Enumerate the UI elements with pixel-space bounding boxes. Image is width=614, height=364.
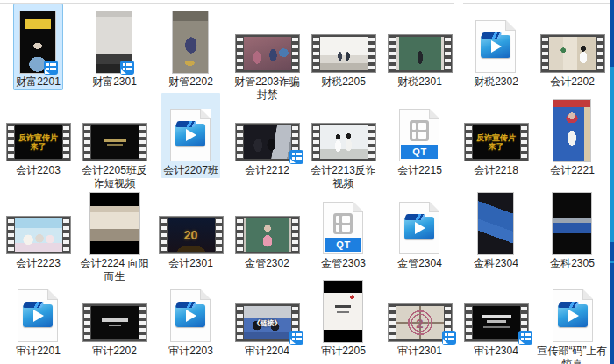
file-item[interactable]: 审计2304 [458,274,534,364]
thumbnail-image [320,37,368,70]
file-label: 审计2301 [397,345,442,358]
qt-banner-label: QT [325,238,361,252]
thumbnail-image: 《链接》 [244,306,291,339]
file-item[interactable]: 会计2202 [534,4,610,93]
file-item[interactable]: 财税2301 [382,4,458,93]
file-thumbnail: 反诈宣传片 来了 [6,95,71,161]
film-sprockets-left [237,125,243,159]
thumbnail-image [396,37,444,70]
file-item[interactable]: 会计2205班反诈短视频 [76,93,153,186]
file-item[interactable]: 会计2213反诈视频 [305,93,382,186]
file-item[interactable]: 反诈宣传片 来了 会计2203 [0,93,76,186]
file-thumbnail: 2 [388,275,453,342]
file-label: 宣传部“码”上有惊喜 [536,345,609,364]
file-label: 会计2223 [16,257,61,270]
file-item[interactable]: 财税2205 [305,4,382,93]
video-file-play-icon [475,20,516,73]
file-item[interactable]: 会计2207班 [153,93,229,186]
file-item[interactable]: 财富2301 [76,4,153,93]
file-item[interactable]: 审计2205 [305,274,382,364]
page-fold-corner [201,109,211,118]
file-thumbnail [235,188,300,254]
file-label: 会计2203 [16,164,61,177]
file-item[interactable]: 财富2201 [0,4,76,93]
media-overlay-icon [518,331,532,345]
file-item[interactable]: 金管2302 [229,186,305,274]
thumbnail-image [473,306,520,339]
thumbnail-image [320,125,368,159]
file-item[interactable]: 财管2203诈骗封禁 [229,4,305,93]
media-overlay-icon [120,61,134,75]
file-item[interactable]: QT 会计2215 [382,93,458,186]
file-item[interactable]: 财管2202 [153,4,229,93]
qt-banner-label: QT [401,145,438,159]
file-thumbnail [399,188,439,254]
file-thumbnail [464,275,529,342]
thumbnail-image [173,11,208,73]
file-item[interactable]: 财税2302 [458,4,534,93]
film-sprockets-left [389,37,396,70]
filmstrip-thumbnail [311,34,376,73]
file-thumbnail [90,188,139,254]
file-item-box: 会计2212 [233,93,302,178]
file-item-box: 会计2221 [548,93,596,178]
file-item-box: 反诈宣传片 来了 会计2203 [4,93,73,178]
scrollbar-tick [610,261,614,263]
file-item[interactable]: QT 金管2303 [305,186,382,274]
file-item[interactable]: 《链接》 审计2204 [229,274,305,364]
file-thumbnail [170,275,211,342]
media-overlay-icon [289,150,303,164]
file-item-box: 金科2304 [472,186,520,271]
right-scrollbar[interactable] [610,0,614,364]
film-sprockets-right [216,218,222,252]
file-item-box: 财管2202 [167,4,215,89]
file-item[interactable]: 20 会计2301 [153,186,229,274]
film-sprockets-left [8,218,14,252]
file-item[interactable]: 会计2223 [0,186,76,274]
film-sprockets-left [542,37,548,70]
file-thumbnail [475,6,516,73]
film-flap-icon [175,302,196,308]
file-item[interactable]: 审计2201 [0,274,76,364]
thumbnail-text: 反诈宣传片 来了 [476,133,516,151]
file-thumbnail: QT [323,188,363,254]
file-thumbnail [311,6,376,73]
file-item[interactable]: 2 审计2301 [382,274,458,364]
file-item-box: 会计2224 向阳而生 [76,186,153,284]
film-sprockets-left [313,37,319,70]
thumbnail-image [324,281,362,342]
filmstrip-thumbnail [235,216,300,254]
file-item-box: 2 审计2301 [386,274,454,359]
film-sprockets-left [389,306,396,339]
thumbnail-image [553,193,591,254]
file-item[interactable]: 会计2212 [229,93,305,186]
file-label: 财税2302 [474,75,518,89]
file-item-box: 财税2302 [472,4,520,89]
file-item[interactable]: 审计2203 [153,274,229,364]
file-item[interactable]: 反诈宣传片 来了 会计2218 [458,93,534,186]
thumbnail-image [244,218,291,252]
file-item-box: 财税2301 [386,4,454,89]
file-label: 会计2207班 [163,164,218,177]
file-item[interactable]: 金科2305 [534,186,610,274]
file-label: 财富2201 [16,75,61,89]
file-item[interactable]: 金管2304 [382,186,458,274]
thumbnail-image: 2 [396,306,444,339]
file-label: 审计2205 [321,345,366,358]
scrollbar-thumb[interactable] [610,67,614,242]
file-item[interactable]: 金科2304 [458,186,534,274]
play-icon [491,40,502,53]
file-item-box: 宣传部“码”上有惊喜 [534,274,610,364]
filmstrip-thumbnail [540,34,605,73]
film-flap-icon [404,214,425,220]
thumbnail-image: 20 [168,218,215,252]
file-item[interactable]: 宣传部“码”上有惊喜 [534,274,610,364]
file-item-box: 财富2301 [90,4,139,89]
file-item[interactable]: 会计2221 [534,93,610,186]
file-label: 会计2215 [397,164,442,177]
file-item[interactable]: 会计2224 向阳而生 [76,186,153,274]
file-thumbnail [170,95,211,161]
file-thumbnail: 20 [159,188,224,254]
file-item[interactable]: 审计2202 [76,274,153,364]
file-label: 会计2218 [474,164,518,177]
